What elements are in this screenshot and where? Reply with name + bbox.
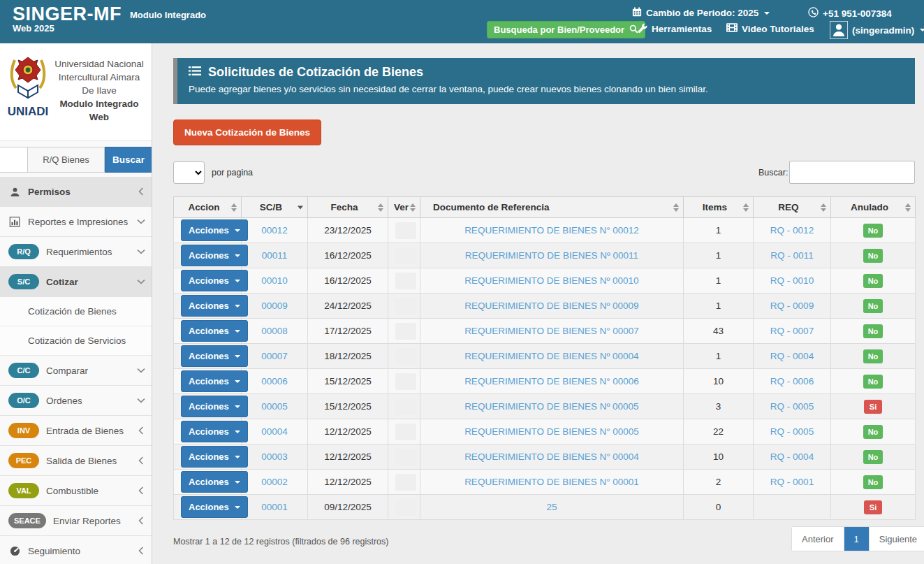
sidebar-item-entrada-de-bienes[interactable]: INV Entrada de Bienes xyxy=(0,416,152,446)
herramientas-menu[interactable]: Herramientas xyxy=(638,23,712,35)
sidebar-item-combustible[interactable]: VAL Combustible xyxy=(0,476,152,506)
documento-link[interactable]: REQUERIMIENTO DE BIENES Nº 00005 xyxy=(464,401,638,412)
scb-link[interactable]: 00006 xyxy=(261,376,288,386)
column-header-ver[interactable]: Ver xyxy=(388,197,420,218)
acciones-dropdown-button[interactable]: Acciones xyxy=(181,496,248,518)
view-eye-button[interactable] xyxy=(395,247,416,264)
documento-link[interactable]: REQUERIMIENTO DE BIENES N° 00005 xyxy=(464,426,639,437)
sidebar-item-enviar-reportes[interactable]: SEACE Enviar Reportes xyxy=(0,506,152,536)
scb-link[interactable]: 00003 xyxy=(261,451,288,462)
req-link[interactable]: RQ - 0004 xyxy=(770,451,814,462)
period-selector[interactable]: Cambio de Periodo: 2025 xyxy=(632,7,770,19)
column-header-req[interactable]: REQ xyxy=(754,197,831,218)
search-category-select[interactable]: R/Q Bienes xyxy=(28,147,105,173)
video-tutoriales-menu[interactable]: Video Tutoriales xyxy=(726,23,814,34)
scb-link[interactable]: 00009 xyxy=(261,301,288,311)
view-eye-button[interactable] xyxy=(395,323,416,340)
column-header-documento-de-referencia[interactable]: Documento de Referencia xyxy=(420,197,684,218)
user-menu[interactable]: (singeradmin) xyxy=(830,21,924,39)
documento-link[interactable]: REQUERIMIENTO DE BIENES Nº 00004 xyxy=(464,351,638,361)
sidebar-item-comparar[interactable]: C/C Comparar xyxy=(0,356,152,386)
table-search-input[interactable] xyxy=(789,161,915,184)
acciones-dropdown-button[interactable]: Acciones xyxy=(181,345,248,367)
sidebar-item-reportes-e-impresiones[interactable]: Reportes e Impresiones xyxy=(0,207,152,237)
view-eye-button[interactable] xyxy=(395,348,416,365)
sidebar-item-salida-de-bienes[interactable]: PEC Salida de Bienes xyxy=(0,446,152,476)
sidebar-subitem-cotizaci-n-de-bienes[interactable]: Cotización de Bienes xyxy=(0,297,152,326)
buscar-button[interactable]: Buscar xyxy=(105,147,152,173)
acciones-dropdown-button[interactable]: Acciones xyxy=(181,320,248,342)
column-header-label: Fecha xyxy=(308,202,388,212)
sidebar-search-input[interactable] xyxy=(0,147,28,173)
nueva-cotizacion-button[interactable]: Nueva Cotización de Bienes xyxy=(173,120,321,145)
pagination-page-1-button[interactable]: 1 xyxy=(844,527,869,551)
sidebar-item-ordenes[interactable]: O/C Ordenes xyxy=(0,386,152,416)
scb-link[interactable]: 00002 xyxy=(261,477,288,487)
acciones-dropdown-button[interactable]: Acciones xyxy=(181,421,248,442)
req-link[interactable]: RQ - 0009 xyxy=(770,301,814,311)
view-eye-button[interactable] xyxy=(395,474,416,491)
acciones-dropdown-button[interactable]: Acciones xyxy=(181,270,248,291)
acciones-dropdown-button[interactable]: Acciones xyxy=(181,471,248,493)
acciones-dropdown-button[interactable]: Acciones xyxy=(181,219,248,241)
column-header-sc-b[interactable]: SC/B xyxy=(242,197,308,218)
pagination-next-button[interactable]: Siguiente xyxy=(869,527,924,551)
caret-down-icon xyxy=(235,229,240,232)
req-link[interactable]: RQ - 0004 xyxy=(770,351,814,361)
sidebar-subitem-cotizaci-n-de-servicios[interactable]: Cotización de Servicios xyxy=(0,326,152,356)
scb-link[interactable]: 00005 xyxy=(261,401,288,412)
documento-link[interactable]: REQUERIMIENTO DE BIENES Nº 00011 xyxy=(465,250,638,261)
view-eye-button[interactable] xyxy=(395,424,416,440)
documento-link[interactable]: REQUERIMIENTO DE BIENES Nº 00009 xyxy=(464,301,638,311)
req-link[interactable]: RQ - 0005 xyxy=(770,426,814,437)
pagination-prev-button[interactable]: Anterior xyxy=(792,527,844,551)
view-eye-button[interactable] xyxy=(395,298,416,314)
req-link[interactable]: RQ - 0005 xyxy=(770,401,814,412)
documento-link[interactable]: REQUERIMIENTO DE BIENES N° 00012 xyxy=(464,225,639,236)
acciones-label: Acciones xyxy=(189,225,229,236)
scb-link[interactable]: 00004 xyxy=(261,426,288,437)
scb-link[interactable]: 00011 xyxy=(262,250,288,261)
view-eye-button[interactable] xyxy=(395,499,416,516)
view-eye-button[interactable] xyxy=(395,449,416,465)
sidebar-item-requerimientos[interactable]: R/Q Requerimientos xyxy=(0,237,152,267)
sidebar-item-permisos[interactable]: Permisos xyxy=(0,177,152,207)
sidebar-item-cotizar[interactable]: S/C Cotizar xyxy=(0,267,152,297)
documento-link[interactable]: REQUERIMIENTO DE BIENES Nº 00010 xyxy=(464,275,638,286)
req-link[interactable]: RQ - 0007 xyxy=(770,326,814,336)
acciones-dropdown-button[interactable]: Acciones xyxy=(181,396,248,417)
acciones-dropdown-button[interactable]: Acciones xyxy=(181,245,248,266)
documento-link[interactable]: REQUERIMIENTO DE BIENES N° 00001 xyxy=(464,477,639,487)
per-page-select[interactable] xyxy=(173,161,205,184)
req-link[interactable]: RQ - 0011 xyxy=(770,250,813,261)
scb-link[interactable]: 00010 xyxy=(261,275,288,286)
view-eye-button[interactable] xyxy=(395,222,416,239)
busqueda-bien-proveedor-button[interactable]: Busqueda por Bien/Proveedor xyxy=(487,21,645,38)
req-link[interactable]: RQ - 0006 xyxy=(770,376,814,386)
column-header-accion[interactable]: Accion xyxy=(174,197,242,218)
scb-link[interactable]: 00007 xyxy=(261,351,288,361)
phone-contact[interactable]: +51 951-007384 xyxy=(808,7,892,20)
view-eye-button[interactable] xyxy=(395,373,416,390)
scb-link[interactable]: 00012 xyxy=(261,225,288,236)
sidebar-item-seguimiento[interactable]: Seguimiento xyxy=(0,536,152,564)
acciones-dropdown-button[interactable]: Acciones xyxy=(181,370,248,392)
column-header-anulado[interactable]: Anulado xyxy=(831,197,916,218)
items-cell: 1 xyxy=(684,268,754,294)
brand-logo[interactable]: SINGER-MF Web 2025 xyxy=(13,3,122,34)
column-header-fecha[interactable]: Fecha xyxy=(308,197,388,218)
scb-link[interactable]: 00001 xyxy=(261,502,288,512)
view-eye-button[interactable] xyxy=(395,398,416,415)
documento-link[interactable]: REQUERIMIENTO DE BIENES N° 00004 xyxy=(464,451,639,462)
req-link[interactable]: RQ - 0012 xyxy=(770,225,814,236)
view-eye-button[interactable] xyxy=(395,273,416,289)
acciones-dropdown-button[interactable]: Acciones xyxy=(181,295,248,317)
req-link[interactable]: RQ - 0010 xyxy=(770,275,814,286)
documento-link[interactable]: REQUERIMIENTO DE BIENES N° 00006 xyxy=(464,376,639,386)
documento-link[interactable]: 25 xyxy=(546,502,557,512)
scb-link[interactable]: 00008 xyxy=(261,326,288,336)
column-header-items[interactable]: Items xyxy=(684,197,754,218)
acciones-dropdown-button[interactable]: Acciones xyxy=(181,446,248,468)
documento-link[interactable]: REQUERIMIENTO DE BIENES N° 00007 xyxy=(464,326,639,336)
req-link[interactable]: RQ - 0001 xyxy=(770,477,814,487)
